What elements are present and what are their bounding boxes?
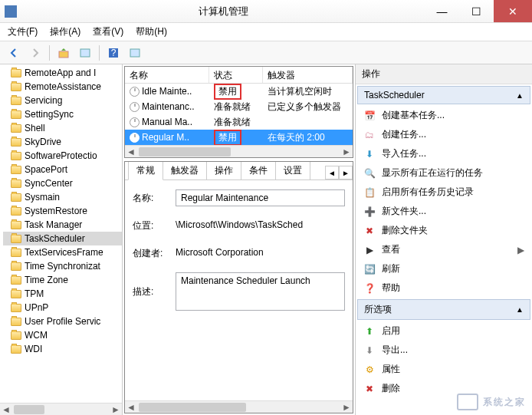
action-item[interactable]: ▶查看▶	[356, 240, 532, 259]
action-icon: ⚙	[363, 364, 376, 376]
maximize-button[interactable]: ☐	[459, 0, 494, 22]
action-section-taskscheduler[interactable]: TaskScheduler▲	[357, 86, 530, 104]
action-item[interactable]: ✖删除文件夹	[356, 221, 532, 240]
task-trigger	[263, 120, 353, 124]
tab-conditions[interactable]: 条件	[241, 161, 276, 180]
action-item[interactable]: ⬆启用	[356, 321, 532, 341]
view-button[interactable]	[126, 44, 144, 62]
tree-item[interactable]: WCM	[3, 328, 122, 342]
scroll-left-icon[interactable]: ◄	[125, 402, 137, 413]
tree-item[interactable]: SoftwareProtectio	[3, 149, 122, 163]
action-item[interactable]: 🔍显示所有正在运行的任务	[356, 163, 532, 183]
collapse-icon: ▲	[516, 305, 524, 314]
scrollbar-thumb[interactable]	[14, 405, 44, 414]
scrollbar-thumb[interactable]	[139, 147, 231, 156]
tree-item-label: RemoteAssistance	[25, 81, 101, 92]
properties-button[interactable]	[76, 44, 94, 62]
field-desc[interactable]: Maintenance Scheduler Launch	[176, 272, 345, 311]
tab-prev-icon[interactable]: ◄	[325, 166, 339, 180]
scroll-left-icon[interactable]: ◄	[125, 147, 137, 157]
tab-triggers[interactable]: 触发器	[163, 161, 207, 180]
scrollbar-thumb[interactable]	[139, 403, 246, 412]
scroll-right-icon[interactable]: ►	[340, 147, 353, 157]
tree-item-label: WCM	[25, 330, 48, 341]
tree-item[interactable]: RemoteApp and I	[3, 66, 122, 80]
menu-action[interactable]: 操作(A)	[45, 24, 85, 40]
folder-icon	[11, 318, 21, 326]
scroll-right-icon[interactable]: ►	[110, 404, 122, 415]
tab-general[interactable]: 常规	[128, 161, 163, 180]
tree-item[interactable]: RemoteAssistance	[3, 80, 122, 94]
col-trigger[interactable]: 触发器	[263, 67, 353, 83]
back-button[interactable]	[5, 44, 23, 62]
field-name[interactable]: Regular Maintenance	[176, 189, 345, 206]
task-scrollbar[interactable]: ◄ ►	[125, 145, 353, 157]
task-name: Regular M..	[142, 132, 189, 143]
tree-scrollbar[interactable]: ◄ ►	[0, 403, 122, 415]
tree-item[interactable]: Time Zone	[3, 273, 122, 287]
tree-item[interactable]: SyncCenter	[3, 176, 122, 190]
col-name[interactable]: 名称	[125, 67, 209, 83]
table-row[interactable]: Idle Mainte..禁用当计算机空闲时	[125, 84, 353, 99]
collapse-icon: ▲	[516, 91, 524, 100]
tree[interactable]: RemoteApp and IRemoteAssistanceServicing…	[0, 64, 122, 402]
tree-item-label: SpacePort	[25, 164, 67, 175]
field-author: Microsoft Corporation	[176, 245, 345, 262]
tree-item[interactable]: Sysmain	[3, 190, 122, 204]
scroll-left-icon[interactable]: ◄	[0, 404, 12, 415]
table-row[interactable]: Maintenanc..准备就绪已定义多个触发器	[125, 99, 353, 114]
clock-icon	[130, 117, 140, 127]
tab-next-icon[interactable]: ►	[339, 166, 353, 180]
tree-item[interactable]: SkyDrive	[3, 135, 122, 149]
tree-item[interactable]: Servicing	[3, 94, 122, 107]
tree-item[interactable]: TPM	[3, 287, 122, 301]
tree-item-label: Task Manager	[25, 219, 82, 230]
tree-item[interactable]: Task Manager	[3, 218, 122, 232]
close-button[interactable]: ✕	[494, 0, 532, 22]
tree-item[interactable]: UPnP	[3, 301, 122, 315]
up-button[interactable]	[54, 44, 73, 62]
action-label: 删除文件夹	[382, 224, 428, 237]
action-item[interactable]: ❓帮助	[356, 278, 532, 298]
tab-settings[interactable]: 设置	[275, 161, 310, 180]
action-item[interactable]: 📅创建基本任务...	[356, 106, 532, 125]
tree-item[interactable]: Shell	[3, 121, 122, 135]
minimize-button[interactable]: —	[425, 0, 459, 22]
menu-help[interactable]: 帮助(H)	[131, 24, 172, 40]
tree-item[interactable]: TextServicesFrame	[3, 245, 122, 259]
col-status[interactable]: 状态	[209, 67, 263, 83]
action-item[interactable]: ✖删除	[356, 379, 532, 398]
tree-item[interactable]: User Profile Servic	[3, 315, 122, 328]
action-label: 新文件夹...	[382, 205, 426, 218]
tree-item[interactable]: WDI	[3, 342, 122, 356]
table-row[interactable]: Regular M..禁用在每天的 2:00	[125, 130, 353, 145]
folder-icon	[11, 249, 21, 257]
folder-icon	[11, 193, 21, 202]
action-item[interactable]: 🗂创建任务...	[356, 125, 532, 144]
task-status: 禁用	[209, 128, 263, 147]
help-button[interactable]: ?	[104, 44, 123, 62]
submenu-icon: ▶	[517, 245, 524, 255]
app-icon	[5, 5, 17, 18]
folder-icon	[11, 276, 21, 285]
action-section-selected[interactable]: 所选项▲	[357, 299, 530, 320]
action-item[interactable]: 🔄刷新	[356, 259, 532, 278]
scroll-right-icon[interactable]: ►	[340, 402, 353, 413]
tree-item[interactable]: SpacePort	[3, 163, 122, 176]
action-item[interactable]: 📋启用所有任务历史记录	[356, 183, 532, 202]
tree-item[interactable]: SettingSync	[3, 107, 122, 121]
tree-item[interactable]: TaskScheduler	[3, 232, 122, 245]
menu-file[interactable]: 文件(F)	[3, 24, 42, 40]
action-icon: ⬇	[363, 148, 376, 160]
action-item[interactable]: ⬇导出...	[356, 341, 532, 360]
forward-button[interactable]	[26, 44, 44, 62]
action-item[interactable]: ⬇导入任务...	[356, 144, 532, 163]
tree-pane: RemoteApp and IRemoteAssistanceServicing…	[0, 64, 123, 415]
tree-item[interactable]: SystemRestore	[3, 204, 122, 218]
menu-view[interactable]: 查看(V)	[88, 24, 128, 40]
tree-item[interactable]: Time Synchronizat	[3, 259, 122, 273]
tab-actions[interactable]: 操作	[206, 161, 241, 180]
action-item[interactable]: ➕新文件夹...	[356, 202, 532, 221]
detail-scrollbar[interactable]: ◄ ►	[125, 400, 353, 413]
action-item[interactable]: ⚙属性	[356, 360, 532, 379]
